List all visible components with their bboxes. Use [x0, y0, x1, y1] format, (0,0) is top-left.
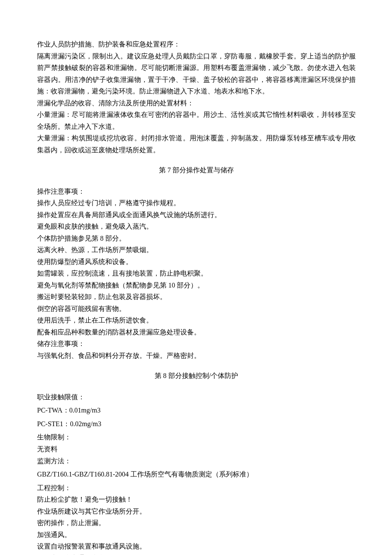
s7-item: 使用后洗手，禁止在工作场所进饮食。 [37, 314, 356, 326]
heading-prefix: 第 [155, 372, 161, 379]
eng-item: 作业场所建议与其它作业场所分开。 [37, 506, 356, 517]
s7-item: 使用防爆型的通风系统和设备。 [37, 256, 356, 268]
pc-twa-value: PC-TWA：0.01mg/m3 [37, 404, 356, 416]
eng-item: 设置自动报警装置和事故通风设施。 [37, 540, 356, 552]
s7-item: 如需罐装，应控制流速，且有接地装置，防止静电积聚。 [37, 267, 356, 279]
pc-ste1-value: PC-STE1：0.02mg/m3 [37, 418, 356, 430]
heading-number: 8 [161, 372, 168, 379]
s7-item: 个体防护措施参见第 8 部分。 [37, 232, 356, 244]
s7-item: 远离火种、热源，工作场所严禁吸烟。 [37, 244, 356, 256]
eng-item: 设置应急撤离通道和必要的泻险区。 [37, 552, 356, 555]
s7-item: 操作处置应在具备局部通风或全面通风换气设施的场所进行。 [37, 209, 356, 221]
section-6-leakage: 作业人员防护措施、防护装备和应急处置程序： 隔离泄漏污染区，限制出入。建议应急处… [37, 38, 356, 156]
monitoring-method-label: 监测方法： [37, 455, 356, 467]
occupational-limit-label: 职业接触限值： [37, 391, 356, 403]
eng-item: 防止粉尘扩散！避免一切接触！ [37, 494, 356, 506]
monitoring-method-value: GBZ/T160.1-GBZ/T160.81-2004 工作场所空气有毒物质测定… [37, 468, 356, 480]
s7-item: 搬运时要轻装轻卸，防止包装及容器损坏。 [37, 291, 356, 303]
s7-item: 操作人员应经过专门培训，严格遵守操作规程。 [37, 197, 356, 209]
biological-limit-value: 无资料 [37, 443, 356, 455]
s6-item: 泄漏化学品的收容、清除方法及所使用的处置材料： [37, 97, 356, 109]
section-7-handling-storage: 操作注意事项： 操作人员应经过专门培训，严格遵守操作规程。 操作处置应在具备局部… [37, 186, 356, 362]
s6-item: 隔离泄漏污染区，限制出入。建议应急处理人员戴防尘口罩，穿防毒服，戴橡胶手套。穿上… [37, 50, 356, 97]
s7-item: 倒空的容器可能残留有害物。 [37, 303, 356, 315]
heading-number: 7 [166, 166, 173, 174]
eng-item: 加强通风。 [37, 529, 356, 541]
s7-item: 避免眼和皮肤的接触，避免吸入蒸汽。 [37, 221, 356, 232]
s7-item: 与强氧化剂、食品和饲料分开存放。干燥。严格密封。 [37, 350, 356, 362]
heading-suffix: 部分操作处置与储存 [173, 166, 234, 174]
s7-item: 配备相应品种和数量的消防器材及泄漏应急处理设备。 [37, 326, 356, 338]
section-7-heading: 第 7 部分操作处置与储存 [37, 164, 356, 176]
heading-suffix: 部分接触控制/个体防护 [168, 372, 238, 379]
s6-item: 大量泄漏：构筑围堤或挖坑收容。封闭排水管道。用泡沫覆盖，抑制蒸发。用防爆泵转移至… [37, 132, 356, 156]
s6-item: 作业人员防护措施、防护装备和应急处置程序： [37, 38, 356, 50]
eng-item: 密闭操作，防止泄漏。 [37, 517, 356, 529]
section-8-exposure-protection: 职业接触限值： PC-TWA：0.01mg/m3 PC-STE1：0.02mg/… [37, 391, 356, 555]
engineering-control-label: 工程控制： [37, 482, 356, 494]
s7-item: 储存注意事项： [37, 338, 356, 350]
heading-prefix: 第 [159, 166, 166, 174]
s7-item: 操作注意事项： [37, 186, 356, 198]
s6-item: 小量泄漏：尽可能将泄漏液体收集在可密闭的容器中。用沙土、活性炭或其它惰性材料吸收… [37, 109, 356, 132]
section-8-heading: 第 8 部分接触控制/个体防护 [37, 370, 356, 382]
s7-item: 避免与氧化剂等禁配物接触（禁配物参见第 10 部分）。 [37, 279, 356, 291]
biological-limit-label: 生物限制： [37, 431, 356, 443]
